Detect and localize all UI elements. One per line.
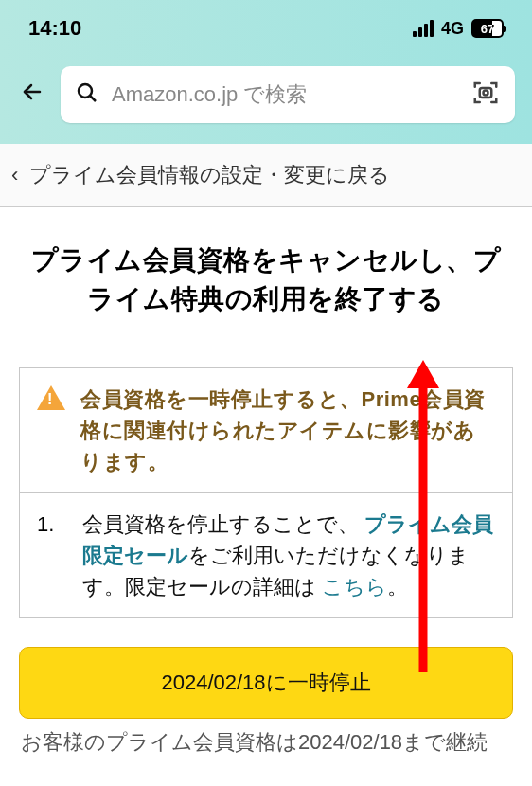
search-row: [0, 57, 532, 144]
breadcrumb-text: プライム会員情報の設定・変更に戻る: [29, 163, 390, 187]
item-text: 会員資格を停止することで、 プライム会員限定セールをご利用いただけなくなります。…: [82, 509, 495, 602]
breadcrumb[interactable]: ‹ プライム会員情報の設定・変更に戻る: [0, 144, 532, 207]
alert-warning-text: 会員資格を一時停止すると、Prime会員資格に関連付けられたアイテムに影響があり…: [80, 384, 495, 477]
svg-point-1: [79, 84, 92, 98]
breadcrumb-caret-icon: ‹: [11, 163, 18, 187]
footer-text: お客様のプライム会員資格は2024/02/18まで継続: [19, 728, 513, 757]
camera-scan-icon[interactable]: [471, 79, 500, 111]
battery-icon: 67: [471, 19, 504, 38]
search-input[interactable]: [112, 82, 458, 107]
page-title: プライム会員資格をキャンセルし、プライム特典の利用を終了する: [19, 241, 513, 318]
item-number: 1.: [37, 509, 71, 540]
network-label: 4G: [441, 19, 464, 39]
pause-button[interactable]: 2024/02/18に一時停止: [19, 647, 513, 719]
alert-box: 会員資格を一時停止すると、Prime会員資格に関連付けられたアイテムに影響があり…: [19, 367, 513, 618]
back-button[interactable]: [17, 80, 47, 110]
main-content: プライム会員資格をキャンセルし、プライム特典の利用を終了する 会員資格を一時停止…: [0, 207, 532, 757]
alert-header: 会員資格を一時停止すると、Prime会員資格に関連付けられたアイテムに影響があり…: [20, 368, 512, 493]
svg-line-2: [90, 96, 96, 101]
signal-icon: [413, 20, 434, 37]
status-bar: 14:10 4G 67: [0, 0, 532, 57]
search-box[interactable]: [61, 66, 515, 123]
warning-icon: [37, 385, 65, 410]
search-icon: [76, 81, 98, 108]
status-indicators: 4G 67: [413, 19, 504, 39]
svg-point-4: [484, 91, 488, 96]
alert-item: 1. 会員資格を停止することで、 プライム会員限定セールをご利用いただけなくなり…: [20, 493, 512, 617]
status-time: 14:10: [28, 16, 81, 41]
details-link[interactable]: こちら: [322, 575, 387, 598]
